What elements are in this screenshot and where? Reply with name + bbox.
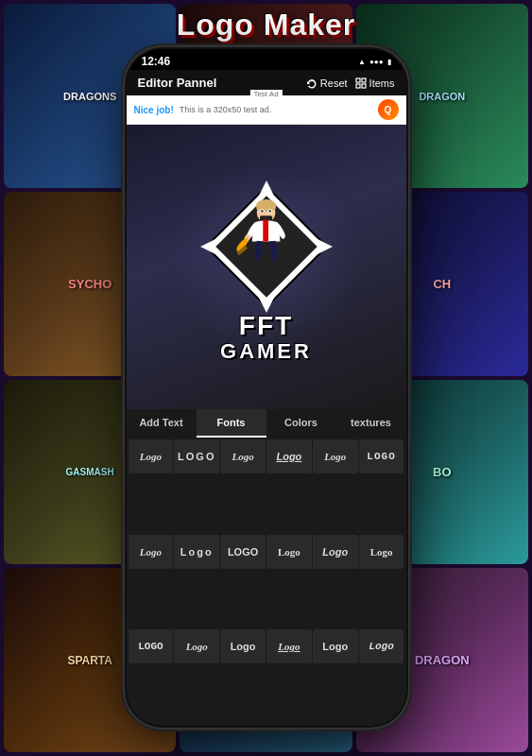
character-svg	[233, 197, 300, 286]
items-icon	[355, 77, 367, 89]
reset-button[interactable]: Reset	[306, 77, 348, 89]
items-label: Items	[369, 77, 395, 89]
font-cell-5[interactable]: Logo	[313, 439, 358, 473]
items-button[interactable]: Items	[355, 77, 395, 89]
logo-preview: FFT GAMER	[191, 171, 342, 364]
ad-description: This is a 320x50 test ad.	[180, 105, 372, 114]
font-cell-10[interactable]: Logo	[266, 535, 312, 569]
svg-point-23	[251, 260, 261, 265]
svg-point-24	[270, 260, 280, 265]
canvas-area: FFT GAMER	[127, 125, 406, 409]
font-cell-17[interactable]: Logo	[313, 629, 358, 663]
reset-label: Reset	[320, 77, 348, 89]
font-cell-8[interactable]: Logo	[174, 535, 219, 569]
tab-colors[interactable]: Colors	[266, 409, 336, 438]
toolbar: Add Text Fonts Colors textures	[127, 409, 406, 438]
phone-outer: 12:46 ▲ ●●● ▮ Editor Pannel Reset	[125, 47, 408, 728]
font-cell-1[interactable]: Logo	[129, 439, 174, 473]
font-cell-9[interactable]: LOGO	[220, 535, 266, 569]
phone-inner: 12:46 ▲ ●●● ▮ Editor Pannel Reset	[127, 49, 406, 726]
font-cell-7[interactable]: Logo	[129, 535, 174, 569]
svg-point-20	[261, 210, 263, 212]
logo-emblem	[191, 171, 342, 322]
font-grid: LogoLOGOLogoLogoLogoLOGOLogoLogoLOGOLogo…	[127, 438, 406, 726]
svg-point-21	[268, 210, 270, 212]
signal-icon: ●●●	[369, 58, 384, 66]
top-bar-actions: Reset Items	[306, 77, 395, 89]
font-cell-15[interactable]: Logo	[220, 629, 266, 663]
logo-sub-text: GAMER	[220, 339, 312, 364]
font-cell-14[interactable]: Logo	[174, 629, 219, 663]
font-cell-12[interactable]: Logo	[359, 535, 404, 569]
wifi-icon: ▲	[358, 58, 366, 66]
reset-icon	[306, 77, 317, 89]
page-title: Logo Maker	[177, 8, 356, 43]
tab-add-text[interactable]: Add Text	[127, 409, 197, 438]
font-cell-13[interactable]: LOGO	[129, 629, 174, 663]
svg-rect-7	[356, 84, 360, 88]
font-cell-11[interactable]: Logo	[313, 535, 358, 569]
status-bar: 12:46 ▲ ●●● ▮	[127, 49, 406, 70]
ad-banner: Test Ad Nice job! This is a 320x50 test …	[127, 95, 406, 125]
logo-text-area: FFT GAMER	[220, 313, 312, 364]
font-cell-16[interactable]: Logo	[266, 629, 312, 663]
tab-textures[interactable]: textures	[336, 409, 406, 438]
phone-container: 12:46 ▲ ●●● ▮ Editor Pannel Reset	[125, 47, 408, 728]
svg-rect-6	[362, 78, 366, 82]
font-cell-18[interactable]: Logo	[359, 629, 404, 663]
font-cell-3[interactable]: Logo	[220, 439, 266, 473]
svg-rect-8	[362, 84, 366, 88]
ad-logo: Q	[378, 99, 399, 120]
ad-nice-text: Nice job!	[134, 105, 174, 115]
status-icons: ▲ ●●● ▮	[358, 58, 390, 66]
editor-panel-title: Editor Pannel	[138, 76, 217, 90]
battery-icon: ▮	[387, 58, 391, 66]
font-cell-4[interactable]: Logo	[266, 439, 312, 473]
logo-main-text: FFT	[220, 313, 312, 339]
ad-logo-letter: Q	[385, 105, 392, 115]
font-cell-6[interactable]: LOGO	[359, 439, 404, 473]
ad-label: Test Ad	[249, 90, 282, 98]
svg-rect-5	[356, 78, 360, 82]
tab-fonts[interactable]: Fonts	[197, 409, 266, 438]
status-time: 12:46	[142, 55, 171, 68]
font-cell-2[interactable]: LOGO	[174, 439, 219, 473]
